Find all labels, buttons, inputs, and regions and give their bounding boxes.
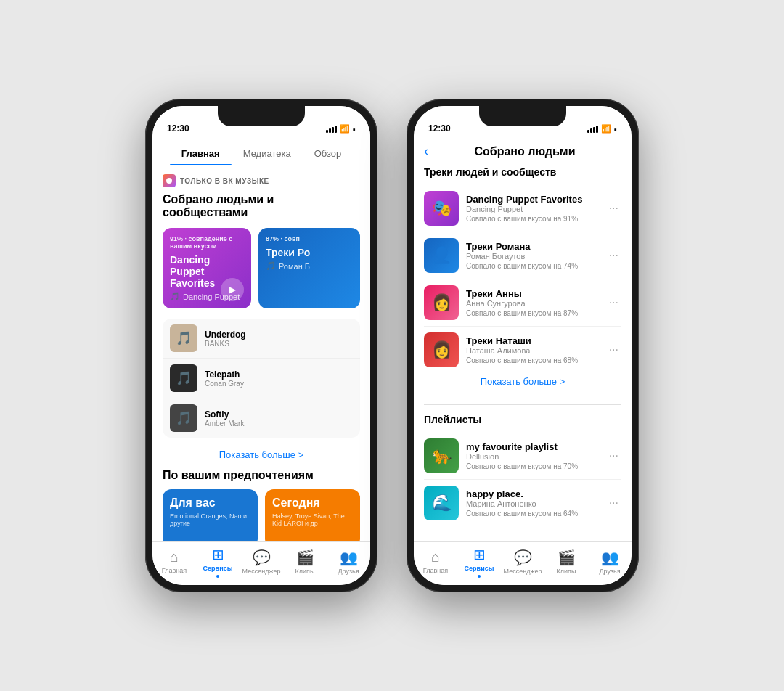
more-btn-2[interactable]: ··· (606, 293, 621, 312)
status-bar-2: 12:30 📶 ▪ (414, 106, 632, 138)
list-item-anna[interactable]: 👩 Треки Анны Анна Сунгурова Совпало с ва… (424, 279, 621, 327)
tab-home[interactable]: Главная (170, 144, 232, 165)
svg-point-0 (166, 178, 172, 184)
list-item-fav-playlist[interactable]: 🐆 my favourite playlist Dellusion Совпал… (424, 433, 621, 480)
signal-icon (326, 126, 337, 133)
nav-tabs-1: Главная Медиатека Обзор (152, 138, 370, 165)
track-info-softly: Softly Amber Mark (205, 409, 353, 428)
battery-icon-2: ▪ (614, 125, 617, 134)
more-btn-pl-1[interactable]: ··· (606, 494, 621, 512)
tab-browse[interactable]: Обзор (303, 144, 354, 165)
phone-2: 12:30 📶 ▪ ‹ Собрано людьми (407, 99, 639, 592)
info-natasha: Треки Наташи Наташа Алимова Совпало с ва… (466, 335, 599, 364)
card-artist-2: 🎵 Роман Б (266, 261, 353, 271)
bottom-nav-2: ⌂ Главная ⊞ Сервисы 💬 Мессенджер 🎬 Клипы (414, 541, 632, 585)
thumb-natasha: 👩 (424, 332, 459, 367)
nav-home-1[interactable]: ⌂ Главная (152, 549, 196, 574)
nav-friends-1[interactable]: 👥 Друзья (327, 549, 370, 575)
more-btn-3[interactable]: ··· (606, 340, 621, 359)
pref-for-you[interactable]: Для вас Emotional Oranges, Nao и другие (163, 489, 258, 541)
list-item-dancing-puppet[interactable]: 🎭 Dancing Puppet Favorites Dancing Puppe… (424, 185, 621, 232)
play-button-1[interactable]: ▶ (221, 278, 244, 301)
info-happy-place: happy place. Марина Антоненко Совпало с … (466, 488, 599, 518)
pref-today[interactable]: Сегодня Halsey, Troye Sivan, The Kid LAR… (265, 489, 360, 541)
show-more-2[interactable]: Показать больше > (424, 373, 621, 396)
more-btn-1[interactable]: ··· (606, 246, 621, 265)
nav-messenger-2[interactable]: 💬 Мессенджер (501, 549, 544, 575)
info-roman: Треки Романа Роман Богаутов Совпало с ва… (466, 241, 599, 270)
messenger-icon-1: 💬 (253, 549, 271, 566)
home-icon-1: ⌂ (170, 549, 179, 565)
track-item-telepath[interactable]: 🎵 Telepath Conan Gray (163, 359, 360, 398)
nav-home-2[interactable]: ⌂ Главная (414, 549, 457, 574)
status-icons-1: 📶 ▪ (326, 124, 356, 134)
card-name-2: Треки Ро (266, 247, 353, 258)
track-info-telepath: Telepath Conan Gray (205, 369, 353, 388)
music-note-icon-1: 🎵 (170, 292, 180, 301)
phone-1: 12:30 📶 ▪ Главная Медиатека Обз (145, 99, 377, 592)
active-dot-1 (216, 575, 219, 578)
info-dancing-puppet: Dancing Puppet Favorites Dancing Puppet … (466, 194, 599, 223)
nav-clips-2[interactable]: 🎬 Клипы (544, 549, 588, 575)
battery-icon: ▪ (353, 125, 356, 134)
home-icon-2: ⌂ (431, 549, 440, 565)
clips-icon-1: 🎬 (296, 549, 314, 566)
section-title-1: Собрано людьми и сообществами (163, 193, 360, 219)
vk-badge-icon (163, 174, 176, 187)
wifi-icon: 📶 (340, 124, 350, 134)
pref-sub-1: Emotional Oranges, Nao и другие (170, 512, 250, 527)
friends-icon-2: 👥 (601, 549, 619, 566)
track-item-softly[interactable]: 🎵 Softly Amber Mark (163, 398, 360, 438)
thumb-dancing-puppet: 🎭 (424, 191, 459, 226)
vk-badge-text: ТОЛЬКО В ВК МУЗЫКЕ (180, 177, 269, 185)
pref-sub-2: Halsey, Troye Sivan, The Kid LAROI и др (272, 512, 353, 527)
pref-title-2: Сегодня (272, 496, 353, 510)
track-item-underdog[interactable]: 🎵 Underdog BANKS (163, 319, 360, 359)
nav-messenger-1[interactable]: 💬 Мессенджер (240, 549, 283, 575)
wifi-icon-2: 📶 (601, 124, 611, 134)
pref-title-1: Для вас (170, 496, 250, 510)
section-divider (424, 404, 621, 405)
thumb-fav-playlist: 🐆 (424, 438, 459, 473)
match-label-2: 87% · совп (266, 235, 353, 242)
track-thumb-underdog: 🎵 (170, 324, 197, 352)
track-thumb-telepath: 🎵 (170, 364, 197, 392)
playlists-list: 🐆 my favourite playlist Dellusion Совпал… (424, 433, 621, 526)
info-fav-playlist: my favourite playlist Dellusion Совпало … (466, 441, 599, 470)
list-item-happy-place[interactable]: 🌊 happy place. Марина Антоненко Совпало … (424, 480, 621, 526)
thumb-anna: 👩 (424, 285, 459, 320)
people-list: 🎭 Dancing Puppet Favorites Dancing Puppe… (424, 185, 621, 373)
active-dot-2 (478, 575, 481, 578)
thumb-roman: 👤 (424, 238, 459, 273)
clips-icon-2: 🎬 (558, 549, 576, 566)
nav-friends-2[interactable]: 👥 Друзья (588, 549, 632, 575)
status-bar-1: 12:30 📶 ▪ (152, 106, 370, 138)
track-thumb-softly: 🎵 (170, 404, 197, 432)
more-btn-0[interactable]: ··· (606, 199, 621, 218)
more-btn-pl-0[interactable]: ··· (606, 446, 621, 465)
nav-services-2[interactable]: ⊞ Сервисы (457, 546, 501, 578)
tab-library[interactable]: Медиатека (232, 144, 303, 165)
show-more-1[interactable]: Показать больше > (163, 446, 360, 469)
card-roman[interactable]: 87% · совп Треки Ро 🎵 Роман Б (258, 228, 360, 308)
page-title-2: Собрано людьми (428, 145, 621, 158)
track-list-1: 🎵 Underdog BANKS 🎵 Telepath Conan Gray (163, 319, 360, 438)
section-label-1: Треки людей и сообществ (424, 166, 621, 178)
nav-services-1[interactable]: ⊞ Сервисы (196, 546, 240, 578)
cards-row-1: 91% · совпадение с вашим вкусом Dancing … (163, 228, 360, 308)
list-item-roman[interactable]: 👤 Треки Романа Роман Богаутов Совпало с … (424, 232, 621, 279)
pref-cards: Для вас Emotional Oranges, Nao и другие … (163, 489, 360, 541)
track-info-underdog: Underdog BANKS (205, 330, 353, 348)
vk-badge: ТОЛЬКО В ВК МУЗЫКЕ (163, 174, 360, 187)
services-icon-2: ⊞ (473, 546, 486, 563)
status-icons-2: 📶 ▪ (587, 124, 617, 134)
match-label-1: 91% · совпадение с вашим вкусом (170, 235, 244, 250)
prefs-title: По вашим предпочтениям (163, 469, 360, 482)
page-header-2: ‹ Собрано людьми (414, 138, 632, 166)
time-1: 12:30 (167, 123, 189, 134)
services-icon-1: ⊞ (212, 546, 224, 563)
nav-clips-1[interactable]: 🎬 Клипы (283, 549, 327, 575)
list-item-natasha[interactable]: 👩 Треки Наташи Наташа Алимова Совпало с … (424, 327, 621, 373)
card-dancing-puppet[interactable]: 91% · совпадение с вашим вкусом Dancing … (163, 228, 251, 308)
info-anna: Треки Анны Анна Сунгурова Совпало с ваши… (466, 288, 599, 317)
